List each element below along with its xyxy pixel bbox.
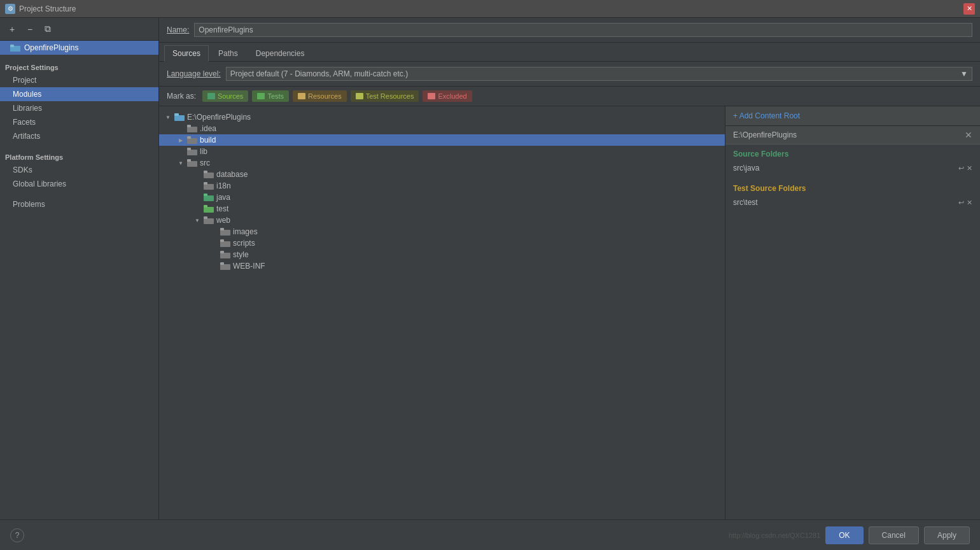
sidebar-item-problems[interactable]: Problems: [0, 197, 158, 211]
window-title: Project Structure: [19, 4, 963, 13]
tab-sources[interactable]: Sources: [164, 45, 209, 62]
add-button[interactable]: +: [5, 22, 19, 36]
source-folder-row: src\java ↩ ✕: [733, 162, 972, 174]
sidebar: + − ⧉ OpenfirePlugins Project Settings P…: [0, 18, 159, 519]
sidebar-item-facets[interactable]: Facets: [0, 115, 158, 129]
svg-rect-33: [220, 264, 230, 270]
file-tree[interactable]: ▼ E:\OpenfirePlugins ▶: [159, 106, 725, 519]
watermark-text: http://blog.csdn.net/QXC1281: [729, 532, 820, 539]
close-root-button[interactable]: ✕: [965, 130, 972, 140]
language-level-bar: Language level: Project default (7 - Dia…: [159, 62, 980, 87]
svg-rect-18: [204, 171, 207, 173]
close-button[interactable]: ✕: [963, 3, 975, 15]
svg-rect-24: [204, 205, 207, 208]
src-arrow-icon: ▼: [177, 159, 185, 167]
source-folders-title: Source Folders: [733, 150, 972, 159]
svg-rect-29: [220, 241, 230, 247]
source-folders-section: Source Folders src\java ↩ ✕: [725, 145, 980, 179]
sidebar-item-project[interactable]: Project: [0, 73, 158, 87]
right-panel: + Add Content Root E:\OpenfirePlugins ✕ …: [725, 106, 980, 519]
test-folder-edit-button[interactable]: ↩: [958, 199, 964, 207]
root-path-bar: E:\OpenfirePlugins ✕: [725, 126, 980, 145]
sidebar-item-artifacts[interactable]: Artifacts: [0, 129, 158, 143]
tree-build-node[interactable]: ▶ build: [159, 134, 725, 146]
source-folder-actions: ↩ ✕: [958, 164, 972, 173]
add-content-root-button[interactable]: + Add Content Root: [733, 111, 800, 120]
module-tree-item[interactable]: OpenfirePlugins: [0, 41, 158, 55]
sidebar-item-modules[interactable]: Modules: [0, 87, 158, 101]
svg-rect-1: [10, 45, 14, 47]
bottom-bar: ? http://blog.csdn.net/QXC1281 OK Cancel…: [0, 519, 980, 550]
svg-rect-13: [187, 150, 197, 155]
test-source-folders-section: Test Source Folders src\test ↩ ✕: [725, 179, 980, 213]
test-source-folder-row: src\test ↩ ✕: [733, 197, 972, 208]
copy-button[interactable]: ⧉: [41, 22, 55, 36]
svg-rect-10: [187, 125, 191, 127]
window-icon: ⚙: [5, 4, 15, 14]
tree-src-node[interactable]: ▼ src: [159, 157, 725, 169]
svg-rect-22: [204, 194, 207, 196]
svg-rect-9: [187, 127, 197, 132]
mark-resources-button[interactable]: Resources: [293, 90, 347, 102]
titlebar: ⚙ Project Structure ✕: [0, 0, 980, 18]
svg-rect-30: [220, 239, 224, 242]
tree-lib-node[interactable]: ▶ lib: [159, 146, 725, 157]
tab-paths[interactable]: Paths: [210, 45, 246, 61]
svg-rect-7: [174, 115, 185, 121]
svg-rect-31: [220, 253, 230, 258]
svg-rect-16: [187, 159, 191, 162]
test-source-folders-title: Test Source Folders: [733, 184, 972, 193]
tree-i18n-node[interactable]: ▶ i18n: [159, 180, 725, 192]
mark-tests-button[interactable]: Tests: [252, 90, 289, 102]
tree-java-node[interactable]: ▶ java: [159, 192, 725, 203]
tab-dependencies[interactable]: Dependencies: [248, 45, 313, 61]
test-source-folder-path: src\test: [733, 198, 758, 207]
bottom-left: ?: [10, 528, 24, 542]
svg-rect-4: [298, 93, 305, 99]
right-panel-header: + Add Content Root: [725, 106, 980, 126]
mark-excluded-button[interactable]: Excluded: [423, 90, 472, 102]
root-path-label: E:\OpenfirePlugins: [733, 130, 797, 139]
svg-rect-11: [187, 138, 197, 144]
svg-rect-3: [257, 93, 265, 99]
main-panel: Name: Sources Paths Dependencies Languag…: [159, 18, 980, 519]
tree-web-node[interactable]: ▼ web: [159, 215, 725, 226]
tree-idea-node[interactable]: ▶ .idea: [159, 123, 725, 134]
sidebar-item-libraries[interactable]: Libraries: [0, 101, 158, 115]
svg-rect-5: [356, 93, 363, 99]
help-button[interactable]: ?: [10, 528, 24, 542]
svg-rect-15: [187, 161, 197, 167]
tree-root-node[interactable]: ▼ E:\OpenfirePlugins: [159, 111, 725, 123]
sidebar-sections: Project Settings Project Modules Librari…: [0, 60, 158, 211]
svg-rect-28: [220, 228, 224, 230]
apply-button[interactable]: Apply: [924, 526, 970, 544]
svg-rect-26: [204, 216, 207, 219]
tree-webinf-node[interactable]: ▶ WEB-INF: [159, 260, 725, 272]
svg-rect-23: [204, 207, 214, 213]
tree-database-node[interactable]: ▶ database: [159, 169, 725, 180]
mark-test-resources-button[interactable]: Test Resources: [351, 90, 419, 102]
svg-rect-19: [204, 184, 214, 190]
svg-rect-12: [187, 136, 191, 139]
sidebar-item-global-libraries[interactable]: Global Libraries: [0, 177, 158, 191]
language-level-select[interactable]: Project default (7 - Diamonds, ARM, mult…: [226, 67, 972, 81]
project-structure-window: ⚙ Project Structure ✕ + − ⧉ OpenfirePlug…: [0, 0, 980, 550]
tree-test-node[interactable]: ▶ test: [159, 203, 725, 215]
remove-button[interactable]: −: [23, 22, 37, 36]
tree-style-node[interactable]: ▶ style: [159, 249, 725, 260]
test-folder-remove-button[interactable]: ✕: [967, 199, 972, 207]
svg-rect-8: [174, 113, 179, 116]
sidebar-item-sdks[interactable]: SDKs: [0, 163, 158, 177]
svg-rect-32: [220, 251, 224, 253]
name-label: Name:: [167, 25, 189, 34]
tree-scripts-node[interactable]: ▶ scripts: [159, 237, 725, 249]
mark-sources-button[interactable]: Sources: [202, 90, 248, 102]
build-arrow-icon: ▶: [177, 136, 185, 144]
name-input[interactable]: [194, 23, 972, 37]
web-arrow-icon: ▼: [193, 216, 201, 224]
source-folder-remove-button[interactable]: ✕: [967, 164, 972, 173]
source-folder-edit-button[interactable]: ↩: [958, 164, 964, 173]
cancel-button[interactable]: Cancel: [869, 526, 919, 544]
ok-button[interactable]: OK: [825, 526, 863, 544]
tree-images-node[interactable]: ▶ images: [159, 226, 725, 237]
